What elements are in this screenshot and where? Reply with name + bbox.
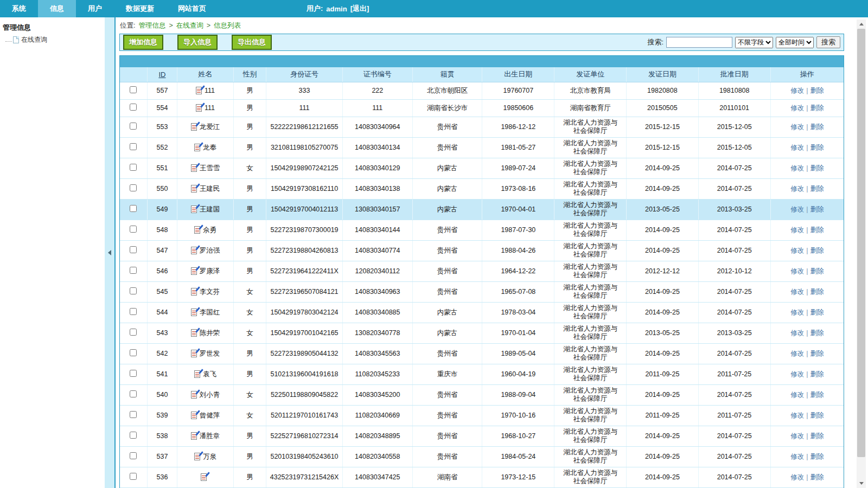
row-edit-link[interactable]: 修改 [790, 288, 804, 296]
row-delete-link[interactable]: 删除 [810, 144, 824, 151]
row-edit-link[interactable]: 修改 [790, 350, 804, 357]
edit-document-icon[interactable] [191, 267, 197, 275]
row-checkbox[interactable] [130, 205, 137, 212]
row-checkbox[interactable] [130, 432, 137, 439]
row-edit-link[interactable]: 修改 [790, 412, 804, 419]
row-delete-link[interactable]: 删除 [810, 412, 824, 419]
row-checkbox[interactable] [130, 473, 137, 480]
edit-document-icon[interactable] [191, 391, 197, 399]
row-checkbox[interactable] [130, 267, 137, 274]
nav-item-system[interactable]: 系统 [0, 0, 38, 17]
row-delete-link[interactable]: 删除 [810, 206, 824, 213]
row-checkbox[interactable] [130, 390, 137, 397]
row-edit-link[interactable]: 修改 [790, 123, 804, 131]
row-edit-link[interactable]: 修改 [790, 87, 804, 94]
row-delete-link[interactable]: 删除 [810, 288, 824, 296]
logout-link[interactable]: [退出] [350, 4, 369, 14]
row-delete-link[interactable]: 删除 [810, 473, 824, 481]
row-edit-link[interactable]: 修改 [790, 370, 804, 378]
vertical-scrollbar[interactable] [857, 20, 866, 488]
row-delete-link[interactable]: 删除 [810, 164, 824, 172]
row-delete-link[interactable]: 删除 [810, 453, 824, 460]
row-checkbox[interactable] [130, 143, 137, 150]
search-input[interactable] [666, 37, 732, 48]
breadcrumb-link-online-query[interactable]: 在线查询 [176, 21, 203, 30]
row-checkbox[interactable] [130, 287, 137, 294]
edit-document-icon[interactable] [194, 226, 200, 234]
edit-document-icon[interactable] [196, 104, 202, 112]
row-delete-link[interactable]: 删除 [810, 87, 824, 94]
edit-document-icon[interactable] [191, 288, 197, 296]
row-delete-link[interactable]: 删除 [810, 350, 824, 357]
row-delete-link[interactable]: 删除 [810, 226, 824, 234]
time-select[interactable]: 全部时间 [776, 37, 814, 48]
row-delete-link[interactable]: 删除 [810, 247, 824, 254]
edit-document-icon[interactable] [191, 185, 197, 192]
row-edit-link[interactable]: 修改 [790, 391, 804, 399]
row-checkbox[interactable] [130, 246, 137, 253]
row-edit-link[interactable]: 修改 [790, 432, 804, 440]
row-checkbox[interactable] [130, 226, 137, 233]
edit-document-icon[interactable] [191, 123, 197, 131]
scroll-down-button[interactable] [857, 479, 866, 488]
edit-document-icon[interactable] [191, 412, 197, 419]
row-checkbox[interactable] [130, 123, 137, 130]
search-button[interactable]: 搜索 [816, 36, 840, 48]
row-delete-link[interactable]: 删除 [810, 370, 824, 378]
row-edit-link[interactable]: 修改 [790, 164, 804, 172]
row-delete-link[interactable]: 删除 [810, 123, 824, 131]
nav-item-site-home[interactable]: 网站首页 [166, 0, 218, 17]
sidebar-item-online-query[interactable]: 在线查询 [0, 34, 105, 44]
row-edit-link[interactable]: 修改 [790, 185, 804, 192]
row-checkbox[interactable] [130, 370, 137, 377]
row-checkbox[interactable] [130, 452, 137, 459]
breadcrumb-link-info-list[interactable]: 信息列表 [214, 21, 241, 30]
row-edit-link[interactable]: 修改 [790, 104, 804, 112]
edit-document-icon[interactable] [191, 206, 197, 213]
field-select[interactable]: 不限字段 [735, 37, 773, 48]
edit-document-icon[interactable] [194, 370, 200, 378]
row-edit-link[interactable]: 修改 [790, 473, 804, 481]
add-info-button[interactable]: 增加信息 [123, 35, 163, 50]
edit-document-icon[interactable] [191, 432, 197, 440]
row-checkbox[interactable] [130, 349, 137, 356]
export-info-button[interactable]: 导出信息 [232, 35, 272, 50]
id-sort-link[interactable]: ID [158, 70, 165, 79]
row-checkbox[interactable] [130, 104, 137, 111]
row-delete-link[interactable]: 删除 [810, 267, 824, 275]
row-delete-link[interactable]: 删除 [810, 391, 824, 399]
row-checkbox[interactable] [130, 411, 137, 418]
nav-item-data-update[interactable]: 数据更新 [114, 0, 166, 17]
nav-item-users[interactable]: 用户 [76, 0, 114, 17]
row-edit-link[interactable]: 修改 [790, 144, 804, 151]
row-delete-link[interactable]: 删除 [810, 309, 824, 316]
row-delete-link[interactable]: 删除 [810, 185, 824, 192]
row-checkbox[interactable] [130, 308, 137, 315]
row-edit-link[interactable]: 修改 [790, 206, 804, 213]
edit-document-icon[interactable] [191, 164, 197, 172]
edit-document-icon[interactable] [191, 350, 197, 357]
row-delete-link[interactable]: 删除 [810, 329, 824, 337]
scroll-thumb[interactable] [857, 29, 865, 457]
row-edit-link[interactable]: 修改 [790, 247, 804, 254]
row-edit-link[interactable]: 修改 [790, 309, 804, 316]
row-edit-link[interactable]: 修改 [790, 329, 804, 337]
edit-document-icon[interactable] [191, 247, 197, 254]
edit-document-icon[interactable] [194, 453, 200, 460]
row-delete-link[interactable]: 删除 [810, 104, 824, 112]
edit-document-icon[interactable] [191, 329, 197, 337]
sidebar-collapse-strip[interactable] [105, 17, 114, 488]
import-info-button[interactable]: 导入信息 [177, 35, 218, 50]
row-checkbox[interactable] [130, 164, 137, 171]
edit-document-icon[interactable] [201, 473, 207, 481]
nav-item-info[interactable]: 信息 [38, 0, 76, 17]
edit-document-icon[interactable] [194, 144, 200, 151]
edit-document-icon[interactable] [196, 87, 202, 94]
row-edit-link[interactable]: 修改 [790, 453, 804, 460]
row-edit-link[interactable]: 修改 [790, 226, 804, 234]
scroll-up-button[interactable] [857, 20, 866, 29]
row-checkbox[interactable] [130, 86, 137, 93]
row-edit-link[interactable]: 修改 [790, 267, 804, 275]
edit-document-icon[interactable] [191, 309, 197, 316]
breadcrumb-link-manage-info[interactable]: 管理信息 [138, 21, 165, 30]
